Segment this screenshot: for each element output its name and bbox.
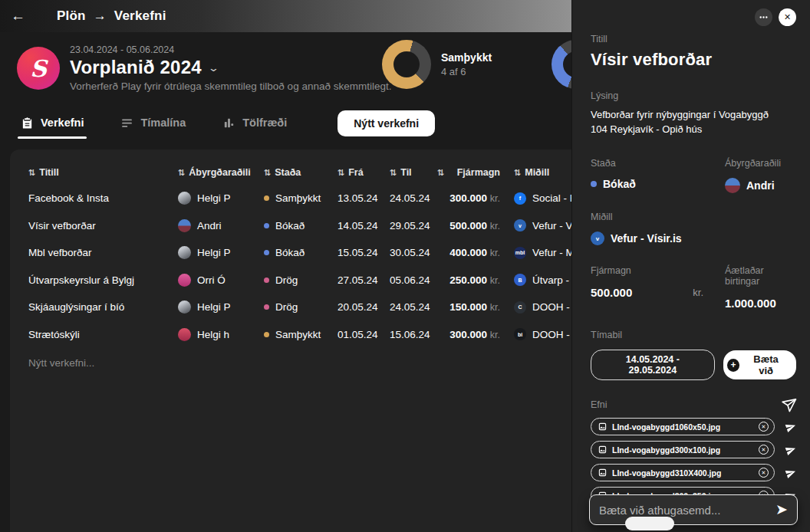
- media-label: DOOH - Skjá: [532, 301, 571, 313]
- column-header-owner[interactable]: ⇅Ábyrgðaraðili: [178, 167, 264, 178]
- status-dot: [264, 250, 269, 255]
- app-root: ← Plön → Verkefni S 23.04.2024 - 05.06.2…: [0, 0, 810, 532]
- tasks-table: ⇅Titill ⇅Ábyrgðaraðili ⇅Staða ⇅Frá ⇅Til …: [10, 149, 571, 532]
- column-header-to[interactable]: ⇅Til: [390, 167, 437, 178]
- cell-owner: Helgi P: [178, 246, 264, 259]
- plus-icon: +: [727, 359, 739, 372]
- remove-file-icon[interactable]: ✕: [759, 468, 769, 478]
- send-file-icon[interactable]: [784, 443, 798, 457]
- file-row: LInd-vogabyggd310X400.jpg ✕: [591, 464, 796, 481]
- file-name: LInd-vogabyggd310X400.jpg: [612, 468, 753, 478]
- impressions-value: 1.000.000: [725, 297, 776, 310]
- avatar: [178, 300, 191, 314]
- task-media[interactable]: v Vefur - Vísir.is: [591, 232, 796, 245]
- cell-from-date: 20.05.24: [338, 301, 390, 313]
- tab-timalina[interactable]: Tímalína: [120, 117, 186, 139]
- hidden-button-peek: [625, 517, 674, 530]
- status-donuts: Samþykkt 4 af 6 Bókað 2 af 6: [382, 40, 571, 89]
- task-impressions[interactable]: 1.000.000: [725, 297, 798, 310]
- stat-approved: Samþykkt 4 af 6: [382, 40, 492, 89]
- send-all-icon[interactable]: [780, 396, 798, 414]
- table-body: Facebook & Insta Helgi P Samþykkt 13.05.…: [28, 185, 571, 348]
- add-period-button[interactable]: + Bæta við: [723, 350, 796, 379]
- table-row[interactable]: Útvarpskeyrslur á Bylgj Orri Ó Drög 27.0…: [28, 267, 571, 294]
- table-row[interactable]: Vísir vefborðar Andri Bókað 14.05.24 29.…: [28, 212, 571, 240]
- media-icon: C: [514, 301, 526, 314]
- column-header-budget[interactable]: ⇅Fjármagn: [437, 167, 500, 178]
- back-arrow-icon[interactable]: ←: [11, 8, 34, 25]
- sort-icon[interactable]: ⇅: [28, 168, 35, 178]
- sort-icon[interactable]: ⇅: [390, 168, 397, 178]
- task-description: Vefborðar fyrir nýbyggingar í Vogabyggð …: [591, 107, 787, 136]
- new-task-inline[interactable]: Nýtt verkefni...: [28, 350, 571, 376]
- owner-name: Andri: [197, 220, 222, 232]
- sort-icon[interactable]: ⇅: [178, 168, 185, 178]
- cell-to-date: 15.06.24: [390, 329, 437, 340]
- media-value: Vefur - Vísir.is: [611, 232, 682, 245]
- cell-from-date: 13.05.24: [338, 192, 390, 204]
- cell-to-date: 24.05.24: [390, 301, 437, 313]
- table-header-row: ⇅Titill ⇅Ábyrgðaraðili ⇅Staða ⇅Frá ⇅Til …: [28, 160, 571, 185]
- send-file-icon[interactable]: [784, 466, 798, 480]
- file-chip[interactable]: LInd-vogabyggd1060x50.jpg ✕: [591, 418, 775, 435]
- add-period-label: Bæta við: [746, 353, 786, 376]
- table-row[interactable]: Skjáauglýsingar í bíó Helgi P Drög 20.05…: [28, 294, 571, 321]
- column-header-status[interactable]: ⇅Staða: [264, 167, 338, 178]
- breadcrumb-plans[interactable]: Plön: [57, 8, 86, 24]
- task-status[interactable]: Bókað: [591, 178, 725, 190]
- budget-value: 500.000: [591, 286, 632, 299]
- table-row[interactable]: Facebook & Insta Helgi P Samþykkt 13.05.…: [28, 185, 571, 212]
- owner-name: Helgi h: [197, 329, 229, 340]
- remove-file-icon[interactable]: ✕: [759, 445, 769, 455]
- table-row[interactable]: Mbl vefborðar Helgi P Bókað 15.05.24 30.…: [28, 239, 571, 267]
- file-row: LInd-vogabyggd300x100.jpg ✕: [591, 441, 796, 458]
- file-list: LInd-vogabyggd1060x50.jpg ✕ LInd-vogabyg…: [591, 418, 796, 504]
- table-row[interactable]: Strætóskýli Helgi h Samþykkt 01.05.24 15…: [28, 321, 571, 349]
- cell-owner: Helgi P: [178, 192, 264, 205]
- file-name: LInd-vogabyggd1060x50.jpg: [612, 422, 753, 432]
- column-header-from[interactable]: ⇅Frá: [338, 167, 390, 178]
- send-file-icon[interactable]: [784, 420, 798, 434]
- field-label-files: Efni: [591, 399, 608, 410]
- budget-currency: kr.: [693, 287, 703, 298]
- sort-icon[interactable]: ⇅: [514, 168, 521, 178]
- main-area: ← Plön → Verkefni S 23.04.2024 - 05.06.2…: [0, 0, 571, 532]
- bar-chart-icon: [222, 117, 235, 130]
- sort-icon[interactable]: ⇅: [437, 168, 444, 178]
- period-chip[interactable]: 14.05.2024 - 29.05.2024: [591, 350, 715, 380]
- media-icon: B: [514, 274, 526, 286]
- media-label: Vefur - MBL: [532, 247, 571, 258]
- status-label: Samþykkt: [275, 329, 321, 340]
- breadcrumb-arrow-icon: →: [94, 8, 107, 24]
- file-chip[interactable]: LInd-vogabyggd300x100.jpg ✕: [591, 441, 775, 458]
- comment-input[interactable]: [599, 504, 775, 517]
- task-owner[interactable]: Andri: [725, 178, 796, 193]
- media-icon: f: [514, 192, 526, 205]
- column-header-title[interactable]: ⇅Titill: [28, 167, 178, 178]
- tab-bar: Verkefni Tímalína Tölfræði Nýtt verkefni: [0, 100, 571, 144]
- task-budget[interactable]: 500.000 kr.: [591, 286, 725, 299]
- new-task-button[interactable]: Nýtt verkefni: [338, 110, 435, 136]
- cell-owner: Helgi P: [178, 300, 264, 314]
- comment-box: ➤: [589, 494, 798, 525]
- remove-file-icon[interactable]: ✕: [759, 422, 769, 432]
- column-header-media[interactable]: ⇅Miðill: [500, 167, 571, 178]
- close-panel-button[interactable]: ✕: [779, 8, 796, 26]
- file-chip[interactable]: LInd-vogabyggd310X400.jpg ✕: [591, 464, 775, 481]
- cell-status: Samþykkt: [264, 192, 338, 204]
- cell-status: Drög: [264, 301, 338, 313]
- chevron-down-icon[interactable]: ⌄: [208, 62, 219, 74]
- owner-value: Andri: [746, 179, 775, 192]
- detail-panel: ✕ Titill Vísir vefborðar Lýsing Vefborða…: [571, 0, 810, 532]
- tab-tolfraedi[interactable]: Tölfræði: [222, 117, 287, 139]
- cell-media: C DOOH - Skjá: [500, 301, 571, 314]
- breadcrumb-tasks[interactable]: Verkefni: [114, 8, 166, 24]
- tab-tolfraedi-label: Tölfræði: [242, 117, 287, 129]
- cell-title: Vísir vefborðar: [28, 220, 178, 232]
- tab-verkefni[interactable]: Verkefni: [21, 117, 84, 139]
- sort-icon[interactable]: ⇅: [338, 168, 344, 178]
- more-options-button[interactable]: [755, 8, 772, 26]
- cell-from-date: 27.05.24: [338, 274, 390, 286]
- sort-icon[interactable]: ⇅: [264, 168, 271, 178]
- avatar: [178, 246, 191, 259]
